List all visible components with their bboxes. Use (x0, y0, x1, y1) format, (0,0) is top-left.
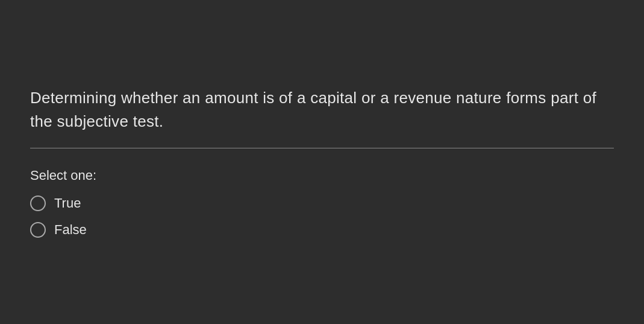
option-true[interactable]: True (30, 195, 614, 211)
option-false-label: False (54, 222, 87, 238)
option-false[interactable]: False (30, 222, 614, 238)
select-one-label: Select one: (30, 168, 614, 183)
radio-false[interactable] (30, 222, 46, 238)
options-list: True False (30, 195, 614, 238)
radio-true[interactable] (30, 195, 46, 211)
question-text: Determining whether an amount is of a ca… (30, 86, 614, 133)
quiz-container: Determining whether an amount is of a ca… (0, 62, 644, 262)
divider (30, 148, 614, 148)
radio-false-inner (34, 226, 42, 233)
option-true-label: True (54, 195, 81, 211)
radio-true-inner (34, 200, 42, 207)
